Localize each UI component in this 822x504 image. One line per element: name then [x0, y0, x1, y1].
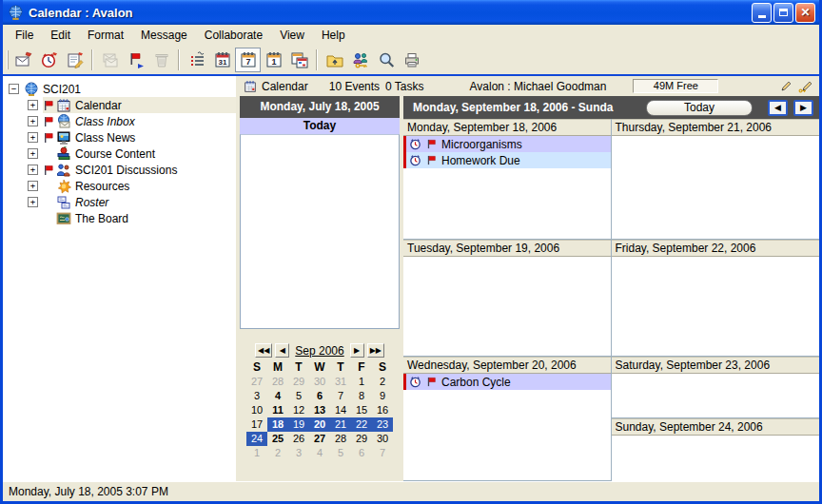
mini-calendar-day[interactable]: 17	[246, 417, 267, 432]
mini-calendar-day[interactable]: 28	[330, 432, 351, 446]
mini-calendar-day[interactable]: 7	[330, 389, 351, 403]
collapse-toggle[interactable]: −	[9, 84, 19, 94]
prev-year-button[interactable]: ◀◀	[255, 343, 272, 358]
mini-calendar-day[interactable]: 31	[330, 375, 351, 389]
next-year-button[interactable]: ▶▶	[367, 343, 384, 358]
menu-message[interactable]: Message	[132, 27, 196, 44]
mini-calendar-day[interactable]: 29	[351, 432, 372, 446]
mini-calendar-day[interactable]: 2	[267, 446, 288, 460]
day-cell-wednesday[interactable]: Carbon Cycle	[403, 374, 611, 481]
prev-week-button[interactable]: ◀	[768, 100, 788, 116]
tree-item-course-content[interactable]: + Course Content	[3, 145, 236, 162]
prev-month-button[interactable]: ◀	[275, 343, 289, 358]
mini-calendar-day[interactable]: 3	[288, 446, 309, 460]
print-button[interactable]	[399, 48, 424, 72]
pencil-key-icon[interactable]	[798, 80, 813, 93]
event-item[interactable]: Carbon Cycle	[403, 374, 611, 390]
mini-calendar-day[interactable]: 14	[330, 403, 351, 417]
list-view-button[interactable]	[184, 48, 209, 72]
menu-collaborate[interactable]: Collaborate	[196, 27, 271, 44]
mini-calendar-day[interactable]: 11	[267, 403, 288, 417]
mini-calendar-day[interactable]: 19	[288, 417, 309, 432]
day-cell-saturday[interactable]	[612, 374, 820, 418]
mini-calendar-day[interactable]: 5	[288, 389, 309, 403]
event-item[interactable]: Microorganisms	[403, 136, 611, 152]
expand-toggle[interactable]: +	[28, 197, 38, 207]
mini-calendar-day[interactable]: 1	[351, 375, 372, 389]
mini-calendar-day[interactable]: 3	[246, 389, 267, 403]
mini-calendar-day[interactable]: 27	[246, 375, 267, 389]
expand-toggle[interactable]: +	[28, 116, 38, 126]
mini-calendar-day[interactable]: 27	[309, 432, 330, 446]
search-button[interactable]	[373, 48, 399, 72]
event-item[interactable]: Homework Due	[403, 152, 611, 168]
mini-calendar-month[interactable]: Sep 2006	[295, 344, 343, 358]
mini-calendar-day[interactable]: 12	[288, 403, 309, 417]
mini-calendar-day[interactable]: 23	[372, 417, 393, 432]
mini-calendar-day[interactable]: 25	[267, 432, 288, 446]
mini-calendar-day[interactable]: 24	[246, 432, 267, 446]
menu-view[interactable]: View	[271, 27, 313, 44]
mini-calendar-day[interactable]: 28	[267, 375, 288, 389]
mini-calendar-day[interactable]: 15	[351, 403, 372, 417]
flag-button[interactable]	[123, 48, 148, 72]
menu-edit[interactable]: Edit	[42, 27, 79, 44]
mini-calendar-day[interactable]: 1	[246, 446, 267, 460]
close-button[interactable]: ✕	[795, 3, 815, 23]
mini-calendar-day[interactable]: 30	[372, 432, 393, 446]
expand-toggle[interactable]: +	[28, 100, 38, 110]
expand-toggle[interactable]: +	[28, 165, 38, 175]
day-cell-monday[interactable]: MicroorganismsHomework Due	[403, 136, 611, 240]
permissions-button[interactable]	[347, 48, 373, 72]
tree-item-resources[interactable]: + Resources	[3, 178, 236, 194]
mini-calendar-day[interactable]: 6	[309, 389, 330, 403]
mini-calendar-day[interactable]: 21	[330, 417, 351, 432]
mini-calendar-day[interactable]: 4	[267, 389, 288, 403]
mini-calendar-day[interactable]: 30	[309, 375, 330, 389]
today-banner[interactable]: Today	[240, 118, 400, 134]
day-event-list[interactable]	[240, 134, 400, 329]
next-month-button[interactable]: ▶	[350, 343, 364, 358]
open-parent-button[interactable]	[322, 48, 347, 72]
pencil-icon[interactable]	[779, 80, 793, 93]
mini-calendar-day[interactable]: 16	[372, 403, 393, 417]
month-view-button[interactable]: 31	[209, 48, 235, 72]
mini-calendar-day[interactable]: 5	[330, 446, 351, 460]
next-week-button[interactable]: ▶	[793, 100, 813, 116]
expand-toggle[interactable]: +	[28, 148, 38, 159]
mini-calendar-day[interactable]: 26	[288, 432, 309, 446]
today-button[interactable]: Today	[646, 100, 753, 116]
menu-help[interactable]: Help	[313, 27, 354, 44]
new-event-button[interactable]	[36, 48, 62, 72]
mini-calendar-day[interactable]: 9	[372, 389, 393, 403]
day-cell-sunday[interactable]	[612, 436, 820, 481]
tree-root-sci201[interactable]: − SCI201	[3, 81, 236, 97]
multi-day-view-button[interactable]	[286, 48, 312, 72]
tree-item-discussions[interactable]: + SCI201 Discussions	[3, 162, 236, 178]
menu-file[interactable]: File	[7, 27, 42, 44]
maximize-button[interactable]	[773, 3, 793, 23]
mini-calendar-day[interactable]: 8	[351, 389, 372, 403]
tree-item-roster[interactable]: + Roster	[3, 194, 236, 210]
tree-item-class-inbox[interactable]: + Class Inbox	[3, 113, 236, 129]
mini-calendar-day[interactable]: 13	[309, 403, 330, 417]
day-cell-thursday[interactable]	[612, 136, 820, 240]
tree-item-the-board[interactable]: The Board	[3, 210, 236, 226]
mini-calendar-day[interactable]: 6	[351, 446, 372, 460]
mini-calendar-day[interactable]: 18	[267, 417, 288, 432]
day-cell-friday[interactable]	[612, 257, 820, 357]
toolbar-grip[interactable]	[7, 50, 9, 69]
day-view-button[interactable]: 1	[261, 48, 286, 72]
menu-format[interactable]: Format	[79, 27, 132, 44]
expand-toggle[interactable]: +	[28, 181, 38, 191]
tree-item-class-news[interactable]: + Class News	[3, 129, 236, 145]
mini-calendar-day[interactable]: 7	[372, 446, 393, 460]
mini-calendar-day[interactable]: 22	[351, 417, 372, 432]
day-cell-tuesday[interactable]	[403, 257, 611, 357]
mini-calendar-day[interactable]: 4	[309, 446, 330, 460]
week-view-button[interactable]: 7	[235, 48, 261, 72]
mini-calendar-day[interactable]: 20	[309, 417, 330, 432]
minimize-button[interactable]	[752, 3, 772, 23]
expand-toggle[interactable]: +	[28, 132, 38, 143]
new-task-button[interactable]	[62, 48, 88, 72]
